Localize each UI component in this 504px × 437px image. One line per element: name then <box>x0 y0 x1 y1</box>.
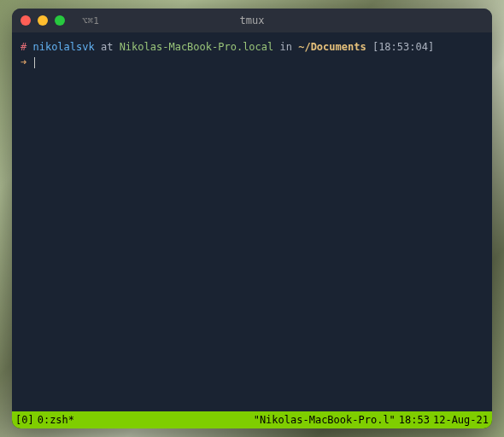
status-left: [0] 0:zsh* <box>15 414 74 426</box>
tmux-statusbar: [0] 0:zsh* "Nikolas-MacBook-Pro.l" 18:53… <box>12 411 492 428</box>
traffic-lights <box>21 15 65 26</box>
status-date: 12-Aug-21 <box>433 414 489 426</box>
prompt-time: [18:53:04] <box>372 41 434 53</box>
tab-label: ⌥⌘1 <box>82 15 99 26</box>
minimize-icon[interactable] <box>38 15 48 26</box>
input-line: ➜ <box>21 55 483 70</box>
prompt-host: Nikolas-MacBook-Pro.local <box>120 41 274 53</box>
status-clock: 18:53 <box>399 414 430 426</box>
prompt-user: nikolalsvk <box>32 41 94 53</box>
titlebar: ⌥⌘1 tmux <box>12 9 492 32</box>
terminal-window: ⌥⌘1 tmux # nikolalsvk at Nikolas-MacBook… <box>12 9 492 428</box>
status-right: "Nikolas-MacBook-Pro.l" 18:53 12-Aug-21 <box>254 414 489 426</box>
prompt-arrow: ➜ <box>21 56 26 68</box>
prompt-path: ~/Documents <box>298 41 366 53</box>
window-title: tmux <box>240 15 265 26</box>
prompt-at: at <box>101 41 113 53</box>
prompt-in: in <box>280 41 292 53</box>
status-session: [0] <box>15 414 34 426</box>
close-icon[interactable] <box>21 15 31 26</box>
status-hostname: "Nikolas-MacBook-Pro.l" <box>254 414 396 426</box>
prompt-hash: # <box>21 41 26 53</box>
terminal-body[interactable]: # nikolalsvk at Nikolas-MacBook-Pro.loca… <box>12 32 492 411</box>
prompt-line: # nikolalsvk at Nikolas-MacBook-Pro.loca… <box>21 39 483 55</box>
maximize-icon[interactable] <box>55 15 65 26</box>
cursor-icon <box>34 57 35 68</box>
status-window: 0:zsh* <box>38 414 74 426</box>
